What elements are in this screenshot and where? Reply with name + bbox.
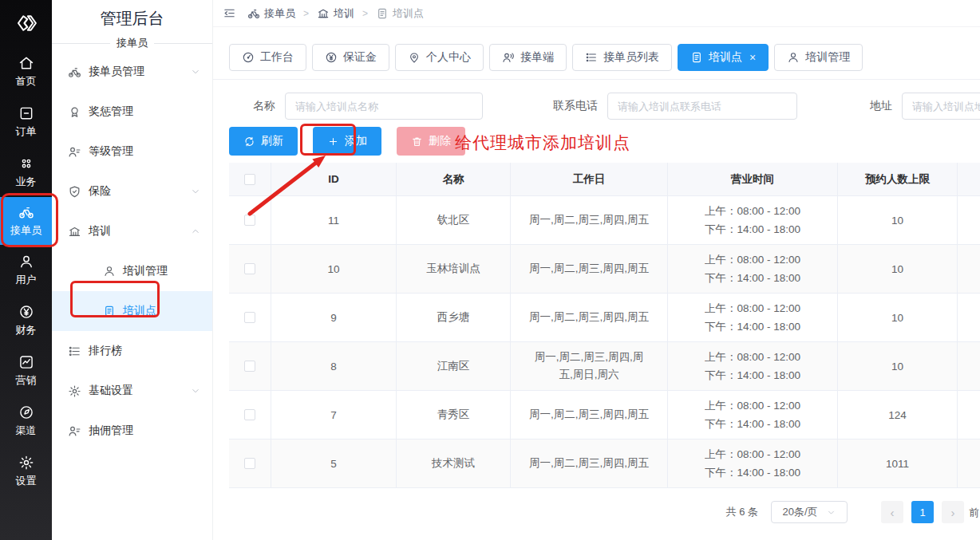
select-all-checkbox[interactable] — [244, 174, 255, 185]
tab-training-points[interactable]: 培训点× — [678, 44, 769, 71]
rail-item-home[interactable]: 首页 — [0, 46, 52, 97]
rail-item-users[interactable]: 用户 — [0, 245, 52, 295]
submenu: 管理后台 接单员 接单员管理 奖惩管理 等级管理 保险 培训 培训管理 培训点 … — [52, 0, 213, 540]
cell-limit: 10 — [838, 294, 958, 341]
rail-item-channels[interactable]: 渠道 — [0, 396, 52, 446]
refresh-button[interactable]: 刷新 — [229, 127, 298, 156]
row-checkbox[interactable] — [244, 215, 255, 226]
address-filter-input[interactable] — [902, 93, 980, 120]
breadcrumb-separator: > — [362, 8, 368, 19]
chart-icon — [18, 354, 34, 370]
document-icon — [690, 51, 703, 64]
rail-item-marketing[interactable]: 营销 — [0, 345, 52, 396]
add-button[interactable]: 添加 — [313, 127, 381, 156]
toolbar: 刷新 添加 删除 — [229, 127, 964, 156]
cell-name: 青秀区 — [397, 391, 511, 439]
tab-courier-list[interactable]: 接单员列表 — [572, 44, 672, 71]
menu-courier-management[interactable]: 接单员管理 — [52, 52, 212, 92]
school-icon — [68, 225, 81, 238]
rail-item-orders[interactable]: 订单 — [0, 97, 52, 147]
app-title: 管理后台 — [52, 0, 212, 30]
chevron-up-icon — [190, 226, 201, 237]
collapse-menu-icon[interactable] — [223, 6, 236, 20]
table-row: 10 玉林培训点 周一,周二,周三,周四,周五 上午：08:00 - 12:00… — [229, 245, 980, 294]
next-page-button[interactable]: › — [942, 501, 964, 523]
total-count: 共 6 条 — [726, 505, 758, 519]
cell-hours: 上午：08:00 - 12:00下午：14:00 - 18:00 — [705, 348, 800, 384]
cell-hours: 上午：08:00 - 12:00下午：14:00 - 18:00 — [705, 250, 800, 287]
document-icon — [103, 305, 116, 317]
home-icon — [18, 55, 34, 71]
chevron-down-icon — [190, 66, 201, 77]
tab-training-management[interactable]: 培训管理 — [774, 44, 863, 71]
cell-limit: 10 — [838, 342, 958, 390]
rail-label: 订单 — [16, 124, 37, 139]
prev-page-button[interactable]: ‹ — [881, 501, 903, 523]
phone-filter-input[interactable] — [607, 93, 797, 120]
bike-icon — [68, 65, 81, 79]
menu-training-management[interactable]: 培训管理 — [52, 251, 212, 291]
row-checkbox[interactable] — [244, 458, 255, 469]
menu-commission-management[interactable]: 抽佣管理 — [52, 411, 212, 451]
medal-icon — [68, 105, 81, 119]
tab-personal-center[interactable]: 个人中心 — [395, 44, 484, 71]
cell-name: 技术测试 — [397, 439, 511, 487]
trash-icon — [411, 136, 423, 148]
person-icon — [103, 265, 116, 278]
grid-icon — [18, 156, 34, 171]
breadcrumb-couriers[interactable]: 接单员 — [247, 6, 295, 21]
cell-hours: 上午：08:00 - 12:00下午：14:00 - 18:00 — [705, 299, 800, 336]
menu-training[interactable]: 培训 — [52, 211, 212, 251]
table-row: 5 技术测试 周一,周二,周三,周四,周五 上午：08:00 - 12:00下午… — [229, 439, 980, 488]
person-waves-icon — [502, 51, 515, 64]
menu-leaderboard[interactable]: 排行榜 — [52, 331, 212, 371]
icon-rail: 首页 订单 业务 接单员 用户 财务 营销 渠道 设置 — [0, 0, 52, 540]
tabstrip: 工作台 保证金 个人中心 接单端 接单员列表 培训点× 培训管理 — [213, 27, 980, 80]
delete-button[interactable]: 删除 — [397, 127, 465, 156]
tab-workbench[interactable]: 工作台 — [229, 44, 306, 71]
table-header-row: ID 名称 工作日 营业时间 预约人数上限 — [229, 163, 980, 196]
row-checkbox[interactable] — [244, 409, 255, 420]
tab-courier-client[interactable]: 接单端 — [489, 44, 567, 71]
table-row: 9 西乡塘 周一,周二,周三,周四,周五 上午：08:00 - 12:00下午：… — [229, 294, 980, 342]
table-row: 8 江南区 周一,周二,周三,周四,周五,周日,周六 上午：08:00 - 12… — [229, 342, 980, 391]
cell-extra — [958, 391, 980, 439]
menu-label: 培训点 — [123, 304, 201, 318]
rail-item-settings[interactable]: 设置 — [0, 446, 52, 496]
person-icon — [787, 51, 800, 64]
menu-reward-punish[interactable]: 奖惩管理 — [52, 92, 212, 132]
pin-icon — [408, 51, 421, 64]
col-workdays: 工作日 — [511, 163, 668, 195]
school-icon — [317, 7, 330, 20]
app-logo — [0, 0, 52, 46]
cell-hours: 上午：08:00 - 12:00下午：14:00 - 18:00 — [705, 445, 800, 482]
tab-deposit[interactable]: 保证金 — [312, 44, 389, 71]
dial-icon — [242, 51, 255, 64]
gear-icon — [68, 384, 81, 398]
rail-item-couriers[interactable]: 接单员 — [0, 197, 52, 245]
close-tab-icon[interactable]: × — [749, 51, 756, 64]
menu-basic-settings[interactable]: 基础设置 — [52, 371, 212, 411]
breadcrumb-training[interactable]: 培训 — [317, 6, 354, 21]
row-checkbox[interactable] — [244, 263, 255, 274]
cell-name: 玉林培训点 — [397, 245, 511, 293]
menu-insurance[interactable]: 保险 — [52, 171, 212, 211]
row-checkbox[interactable] — [244, 312, 255, 323]
menu-level-management[interactable]: 等级管理 — [52, 132, 212, 171]
menu-label: 排行榜 — [89, 344, 201, 358]
menu-label: 保险 — [89, 184, 190, 199]
rail-item-business[interactable]: 业务 — [0, 147, 52, 197]
order-icon — [18, 105, 34, 121]
shield-icon — [68, 185, 81, 199]
page-1-button[interactable]: 1 — [911, 501, 934, 523]
person-lines-icon — [68, 424, 81, 438]
menu-training-points[interactable]: 培训点 — [52, 291, 212, 331]
name-filter-input[interactable] — [285, 93, 483, 120]
page-size-select[interactable]: 20条/页 — [771, 501, 848, 523]
rail-item-finance[interactable]: 财务 — [0, 295, 52, 345]
cell-limit: 1011 — [838, 439, 958, 487]
cell-extra — [958, 439, 980, 487]
address-filter-label: 地址 — [870, 99, 892, 113]
cell-id: 11 — [271, 196, 397, 244]
row-checkbox[interactable] — [244, 361, 255, 372]
